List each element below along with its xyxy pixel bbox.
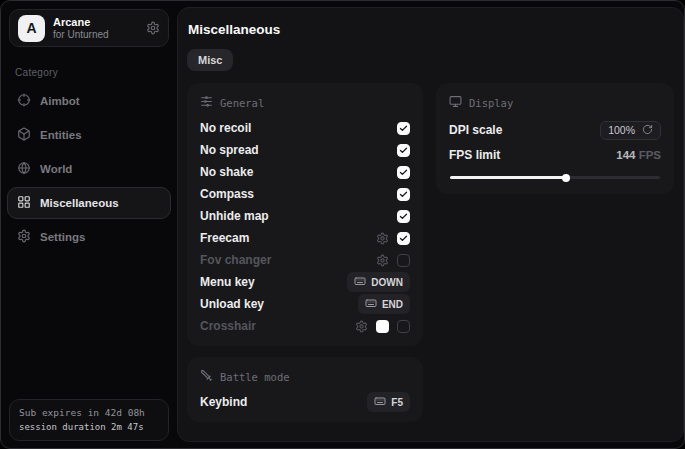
globe-icon — [17, 161, 31, 177]
checkbox[interactable] — [397, 122, 410, 135]
keyboard-icon — [374, 395, 386, 409]
app-logo: A — [18, 15, 45, 42]
monitor-icon — [449, 95, 462, 110]
gear-icon[interactable] — [146, 21, 160, 35]
setting-row-fov-changer: Fov changer — [200, 249, 410, 271]
keybind-badge[interactable]: DOWN — [347, 272, 410, 292]
panel-title: Battle mode — [220, 371, 290, 383]
sliders-icon — [200, 95, 213, 110]
refresh-icon[interactable] — [642, 124, 653, 137]
app-subtitle: for Unturned — [53, 29, 138, 41]
setting-row-no-shake: No shake — [200, 161, 410, 183]
sidebar: A Arcane for Unturned Category Aimbot En… — [1, 1, 177, 448]
grid-icon — [17, 195, 31, 211]
battle-mode-panel: Battle mode Keybind F5 — [187, 357, 423, 422]
checkbox[interactable] — [397, 210, 410, 223]
checkbox[interactable] — [397, 188, 410, 201]
tab-misc[interactable]: Misc — [187, 49, 233, 71]
setting-row-unload-key: Unload key END — [200, 293, 410, 315]
setting-row-keybind: Keybind F5 — [200, 391, 410, 413]
fps-slider-fill — [450, 176, 566, 179]
sidebar-item-miscellaneous[interactable]: Miscellaneous — [7, 187, 171, 219]
app-header: A Arcane for Unturned — [9, 9, 169, 47]
display-panel-header: Display — [449, 95, 661, 110]
panel-title: General — [220, 97, 264, 109]
checkbox[interactable] — [397, 254, 410, 267]
sidebar-nav: Aimbot Entities World Miscellaneous Sett… — [1, 84, 177, 254]
color-swatch[interactable] — [376, 320, 389, 333]
checkbox[interactable] — [397, 320, 410, 333]
page-title: Miscellaneous — [188, 22, 674, 37]
category-label: Category — [15, 67, 163, 78]
gear-icon[interactable] — [376, 232, 389, 245]
keybind-badge[interactable]: END — [358, 294, 410, 314]
keyboard-icon — [354, 275, 366, 289]
sidebar-item-label: World — [40, 163, 72, 175]
checkbox[interactable] — [397, 166, 410, 179]
setting-row-unhide-map: Unhide map — [200, 205, 410, 227]
panel-title: Display — [469, 97, 513, 109]
setting-row-dpi-scale: DPI scale 100% — [449, 117, 661, 143]
setting-row-no-spread: No spread — [200, 139, 410, 161]
session-duration-text: session duration 2m 47s — [19, 421, 159, 435]
general-panel-header: General — [200, 95, 410, 110]
gear-icon[interactable] — [376, 254, 389, 267]
crosshair-icon — [17, 93, 31, 109]
dpi-scale-value: 100% — [608, 124, 635, 136]
swords-icon — [200, 369, 213, 384]
sidebar-item-entities[interactable]: Entities — [7, 119, 171, 151]
subscription-info: Sub expires in 42d 08h session duration … — [9, 399, 169, 441]
fps-slider[interactable] — [450, 176, 660, 179]
cube-icon — [17, 127, 31, 143]
setting-row-freecam: Freecam — [200, 227, 410, 249]
keybind-badge[interactable]: F5 — [367, 392, 410, 412]
setting-row-crosshair: Crosshair — [200, 315, 410, 337]
sidebar-item-label: Settings — [40, 231, 85, 243]
main-content: Miscellaneous Misc General No recoil — [177, 7, 684, 442]
sidebar-item-label: Entities — [40, 129, 82, 141]
display-panel: Display DPI scale 100% FPS limit — [436, 83, 674, 194]
sub-expiry-text: Sub expires in 42d 08h — [19, 406, 159, 420]
sidebar-item-label: Aimbot — [40, 95, 80, 107]
sidebar-item-aimbot[interactable]: Aimbot — [7, 85, 171, 117]
gear-icon[interactable] — [355, 320, 368, 333]
tab-bar: Misc — [187, 49, 674, 71]
sidebar-item-label: Miscellaneous — [40, 197, 119, 209]
checkbox[interactable] — [397, 232, 410, 245]
setting-row-compass: Compass — [200, 183, 410, 205]
gear-icon — [17, 229, 31, 245]
sidebar-item-world[interactable]: World — [7, 153, 171, 185]
fps-limit-value: 144 FPS — [616, 149, 661, 161]
dpi-scale-control[interactable]: 100% — [600, 121, 661, 140]
checkbox[interactable] — [397, 144, 410, 157]
setting-row-menu-key: Menu key DOWN — [200, 271, 410, 293]
fps-slider-thumb[interactable] — [562, 174, 570, 182]
app-name: Arcane — [53, 16, 138, 29]
sidebar-item-settings[interactable]: Settings — [7, 221, 171, 253]
setting-row-no-recoil: No recoil — [200, 117, 410, 139]
arcane-window: A Arcane for Unturned Category Aimbot En… — [0, 0, 685, 449]
setting-row-fps-limit: FPS limit 144 FPS — [449, 143, 661, 167]
general-panel: General No recoil No spread No shake — [187, 83, 423, 346]
keyboard-icon — [365, 297, 377, 311]
battle-mode-panel-header: Battle mode — [200, 369, 410, 384]
